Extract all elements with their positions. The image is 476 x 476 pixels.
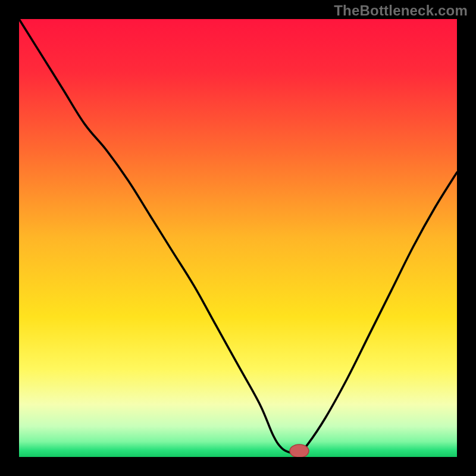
plot-area <box>19 19 457 457</box>
optimal-marker <box>290 444 309 457</box>
chart-frame: TheBottleneck.com <box>0 0 476 476</box>
bottleneck-chart-svg <box>19 19 457 457</box>
watermark-text: TheBottleneck.com <box>334 2 468 19</box>
gradient-background <box>19 19 457 457</box>
